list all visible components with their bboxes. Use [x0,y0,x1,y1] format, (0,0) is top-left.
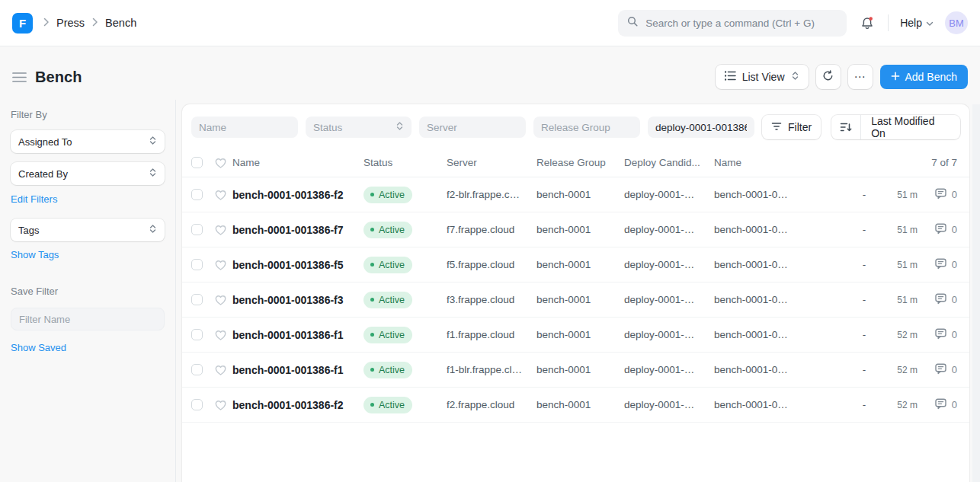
assigned-to-label: Assigned To [18,136,72,148]
table-row[interactable]: bench-0001-001386-f1 Active f1.frappe.cl… [182,318,969,353]
edit-filters-link[interactable]: Edit Filters [11,193,57,205]
deploy-candidate-filter-input[interactable] [648,117,754,138]
comments-cell[interactable]: 0 [918,222,960,237]
select-all-checkbox[interactable] [191,157,203,168]
help-menu[interactable]: Help [900,17,934,29]
comments-cell[interactable]: 0 [918,397,960,412]
modified-cell: 51 m [879,295,918,305]
modified-cell: 52 m [879,400,918,410]
table-row[interactable]: bench-0001-001386-f7 Active f7.frappe.cl… [182,212,969,247]
comments-cell[interactable]: 0 [918,292,960,307]
status-dot-icon [370,263,374,267]
sort-field-label[interactable]: Last Modified On [861,115,960,139]
comments-cell[interactable]: 0 [918,257,960,272]
breadcrumb: Press Bench [43,17,136,30]
breadcrumb-bench[interactable]: Bench [105,17,136,29]
show-tags-link[interactable]: Show Tags [11,249,59,260]
chevron-updown-icon [149,224,157,236]
status-badge-label: Active [379,260,405,270]
favorite-heart-icon[interactable] [214,189,232,201]
table-row[interactable]: bench-0001-001386-f3 Active f3.frappe.cl… [182,282,969,318]
user-avatar[interactable]: BM [945,11,968,34]
breadcrumb-press[interactable]: Press [56,17,85,29]
row-checkbox[interactable] [191,329,203,340]
tags-select[interactable]: Tags [11,219,165,241]
add-bench-label: Add Bench [905,71,958,83]
status-filter-select[interactable]: Status [306,117,412,138]
bench-name[interactable]: bench-0001-001386-f1 [232,329,363,341]
status-dot-icon [370,368,374,372]
table-row[interactable]: bench-0001-001386-f5 Active f5.frappe.cl… [182,247,969,282]
name-filter-input[interactable] [191,117,298,138]
sidebar-toggle-icon[interactable] [12,72,27,83]
frappe-logo[interactable]: F [12,13,33,34]
status-badge: Active [363,327,412,343]
row-checkbox[interactable] [191,399,203,410]
navbar-divider [888,14,889,31]
navbar-right: Help BM [618,10,968,37]
deploy-candidate-cell: deploy-0001-… [624,189,714,200]
command-search[interactable] [618,10,847,37]
release-group-cell: bench-0001 [536,189,624,200]
vertical-scrollbar[interactable] [972,104,980,482]
table-row[interactable]: bench-0001-001386-f1 Active f1-blr.frapp… [182,353,969,388]
sort-control[interactable]: Last Modified On [831,115,960,139]
show-saved-link[interactable]: Show Saved [11,342,66,353]
bench-name[interactable]: bench-0001-001386-f1 [232,364,363,376]
filter-sidebar: Filter By Assigned To Created By Edit Fi… [0,100,176,482]
notifications-bell-icon[interactable] [858,14,876,32]
comment-count: 0 [952,224,957,235]
view-switcher-button[interactable]: List View [716,65,809,89]
server-cell: f5.frappe.cloud [447,259,536,270]
comments-cell[interactable]: 0 [918,362,960,377]
row-checkbox[interactable] [191,224,203,235]
release-group-filter-input[interactable] [533,117,640,138]
modified-cell: 51 m [879,190,918,200]
comment-count: 0 [952,329,957,340]
comments-cell[interactable]: 0 [918,327,960,342]
server-cell: f7.frappe.cloud [447,224,536,235]
search-input[interactable] [645,18,838,29]
assigned-cell: - [849,224,879,235]
bench-name[interactable]: bench-0001-001386-f3 [232,294,363,306]
comments-cell[interactable]: 0 [918,187,960,202]
save-filter-label: Save Filter [11,286,165,297]
filter-name-input[interactable] [11,308,165,330]
favorite-column-heart-icon [214,157,232,169]
refresh-icon [822,70,834,84]
status-badge-label: Active [379,190,405,200]
bench-name[interactable]: bench-0001-001386-f7 [232,224,363,236]
status-badge: Active [363,397,412,413]
table-row[interactable]: bench-0001-001386-f2 Active f2.frappe.cl… [182,388,969,423]
release-group-cell: bench-0001 [536,294,624,305]
sort-icon[interactable] [831,115,860,139]
chevron-updown-icon [149,168,157,180]
table-row[interactable]: bench-0001-001386-f2 Active f2-blr.frapp… [182,177,969,212]
refresh-button[interactable] [816,65,841,89]
favorite-heart-icon[interactable] [214,259,232,271]
created-by-select[interactable]: Created By [11,162,165,185]
favorite-heart-icon[interactable] [214,329,232,341]
favorite-heart-icon[interactable] [214,294,232,306]
row-checkbox[interactable] [191,294,203,305]
more-options-button[interactable]: ⋯ [848,65,873,89]
row-checkbox[interactable] [191,364,203,375]
chevron-down-icon [926,17,934,29]
bench-name[interactable]: bench-0001-001386-f5 [232,259,363,271]
add-bench-button[interactable]: Add Bench [880,65,969,89]
status-dot-icon [370,298,374,302]
page-title: Bench [35,69,82,86]
row-checkbox[interactable] [191,259,203,270]
server-filter-input[interactable] [419,117,526,138]
filter-by-label: Filter By [11,109,165,120]
bench-name[interactable]: bench-0001-001386-f2 [232,399,363,411]
release-group-cell: bench-0001 [536,224,624,235]
status-dot-icon [370,193,374,196]
assigned-to-select[interactable]: Assigned To [11,130,165,153]
row-checkbox[interactable] [191,189,203,200]
favorite-heart-icon[interactable] [214,364,232,376]
bench-name[interactable]: bench-0001-001386-f2 [232,189,363,201]
favorite-heart-icon[interactable] [214,399,232,411]
filter-button[interactable]: Filter [762,115,821,139]
favorite-heart-icon[interactable] [214,224,232,236]
